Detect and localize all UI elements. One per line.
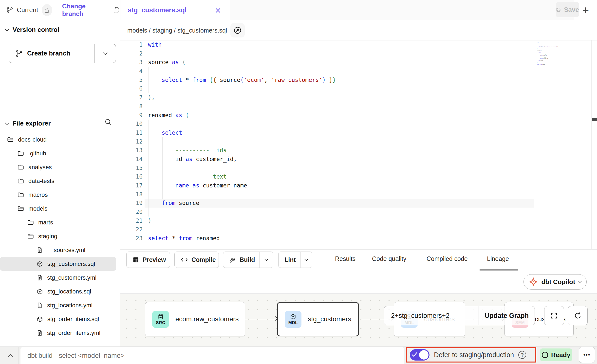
- update-graph-button[interactable]: Update Graph: [479, 306, 535, 325]
- file-tree-item[interactable]: staging: [0, 229, 116, 243]
- file-tree-item[interactable]: .github: [0, 146, 116, 160]
- file-tree-item[interactable]: stg_locations.sql: [0, 285, 116, 298]
- fullscreen-button[interactable]: [544, 306, 564, 325]
- save-label: Save: [564, 6, 579, 14]
- build-button[interactable]: Build: [223, 252, 273, 268]
- preview-button[interactable]: Preview: [126, 252, 170, 268]
- file-tree-label: marts: [38, 219, 53, 226]
- create-branch-dropdown[interactable]: [94, 44, 116, 63]
- compile-label: Compile: [191, 256, 216, 263]
- file-icon: [37, 329, 43, 336]
- folder-icon: [17, 178, 24, 184]
- file-tree: docs-cloud.githubanalysesdata-testsmacro…: [0, 133, 120, 340]
- tab-lineage[interactable]: Lineage: [487, 255, 509, 262]
- chevron-down-icon: [5, 27, 9, 31]
- save-icon: [556, 6, 561, 13]
- lint-dropdown[interactable]: [300, 252, 312, 268]
- file-tree-label: stg_order_items.yml: [47, 329, 100, 336]
- file-tree-item[interactable]: docs-cloud: [0, 133, 116, 146]
- defer-toggle[interactable]: [410, 349, 429, 361]
- copy-icon[interactable]: [113, 6, 120, 14]
- code-line: [148, 84, 336, 93]
- code-editor[interactable]: 1234567891011121314151617181920212223 wi…: [120, 40, 597, 250]
- status-circle-icon: [542, 352, 548, 358]
- line-number: 16: [120, 172, 143, 181]
- collapse-panel-button[interactable]: [5, 352, 15, 360]
- change-branch-link[interactable]: Change branch: [62, 2, 104, 18]
- help-icon[interactable]: ?: [518, 351, 526, 359]
- lineage-node-source[interactable]: SRC ecom.raw_customers: [145, 302, 245, 336]
- file-tree-item[interactable]: models: [0, 202, 116, 216]
- file-tree-label: __sources.yml: [47, 247, 85, 254]
- create-branch-button[interactable]: Create branch: [9, 44, 116, 63]
- tab-stg-customers-sql[interactable]: stg_customers.sql ×: [120, 0, 230, 20]
- indent-guide: [162, 137, 163, 199]
- source-badge: SRC: [152, 311, 169, 328]
- line-number: 11: [120, 128, 143, 137]
- lineage-selector-input[interactable]: 2+stg_customers+2: [384, 306, 479, 325]
- tab-code-quality[interactable]: Code quality: [372, 255, 406, 262]
- more-options-button[interactable]: •••: [579, 347, 595, 363]
- file-tree-label: stg_locations.sql: [47, 288, 91, 295]
- folder-open-icon: [17, 205, 24, 212]
- file-tree-item[interactable]: stg_customers.sql: [0, 257, 116, 271]
- lineage-graph[interactable]: SRC ecom.raw_customers MDL stg_customers…: [120, 293, 597, 346]
- chevron-down-icon: [103, 50, 107, 55]
- file-tree-item[interactable]: stg_order_items.yml: [0, 326, 116, 340]
- tab-compiled-code[interactable]: Compiled code: [427, 255, 468, 262]
- header: Current Change branch stg_customers.sql …: [0, 0, 597, 20]
- file-tree-item[interactable]: macros: [0, 188, 116, 202]
- version-control-header[interactable]: Version control: [0, 26, 120, 34]
- lineage-node-stg-customers[interactable]: MDL stg_customers: [277, 302, 359, 336]
- fullscreen-icon: [550, 312, 558, 319]
- annotation-highlight: Defer to staging/production ?: [406, 347, 536, 363]
- tab-strip: [230, 0, 574, 20]
- table-icon: [132, 256, 139, 263]
- close-icon[interactable]: ×: [215, 5, 221, 15]
- file-tree-item[interactable]: marts: [0, 216, 116, 229]
- scrollbar-thumb[interactable]: [592, 118, 597, 121]
- refresh-button[interactable]: [568, 306, 588, 325]
- line-number: 19: [120, 199, 143, 208]
- code-line: ): [148, 217, 336, 225]
- tab-results[interactable]: Results: [335, 255, 355, 262]
- file-tree-item[interactable]: stg_order_items.sql: [0, 312, 116, 326]
- lint-button[interactable]: Lint: [278, 252, 312, 268]
- node-title: stg_customers: [308, 315, 351, 323]
- folder-icon: [17, 150, 24, 157]
- copilot-compass-button[interactable]: [230, 23, 245, 37]
- line-number: 5: [120, 76, 143, 85]
- dbt-copilot-button[interactable]: dbt Copilot: [523, 274, 587, 290]
- file-tree-item[interactable]: data-tests: [0, 174, 116, 188]
- line-number: 10: [120, 120, 143, 128]
- status-label: Ready: [551, 351, 570, 359]
- refresh-icon: [574, 312, 582, 320]
- file-tree-item[interactable]: __sources.yml: [0, 243, 116, 257]
- status-badge: Ready: [540, 348, 572, 361]
- save-button[interactable]: Save: [556, 2, 579, 17]
- compile-button[interactable]: Compile: [174, 252, 219, 268]
- line-number: 8: [120, 102, 143, 111]
- line-number: 1: [120, 40, 143, 49]
- code-line: name as customer_name: [148, 181, 336, 190]
- lineage-edge: [245, 319, 277, 319]
- minimap[interactable]: withsource as ( select * from {{ source(…: [537, 42, 590, 102]
- line-number: 4: [120, 67, 143, 76]
- code-line: source as (: [148, 58, 336, 67]
- file-explorer-header[interactable]: File explorer: [0, 120, 120, 127]
- command-input[interactable]: dbt build --select <model_name>: [20, 347, 404, 364]
- code-line: ---------- ids: [148, 146, 336, 155]
- file-tree-item[interactable]: stg_locations.yml: [0, 298, 116, 312]
- search-icon[interactable]: [104, 118, 112, 127]
- ellipsis-icon: •••: [583, 352, 590, 358]
- tab-label: stg_customers.sql: [128, 6, 187, 14]
- file-tree-item[interactable]: analyses: [0, 160, 116, 174]
- line-number: 22: [120, 225, 143, 234]
- build-dropdown[interactable]: [260, 252, 273, 268]
- chevron-up-icon: [8, 354, 13, 359]
- code-line: ),: [148, 93, 336, 102]
- branch-icon: [15, 50, 23, 57]
- file-tree-item[interactable]: stg_customers.yml: [0, 271, 116, 285]
- command-text: dbt build --select <model_name>: [27, 352, 124, 360]
- file-tree-label: .github: [28, 150, 46, 157]
